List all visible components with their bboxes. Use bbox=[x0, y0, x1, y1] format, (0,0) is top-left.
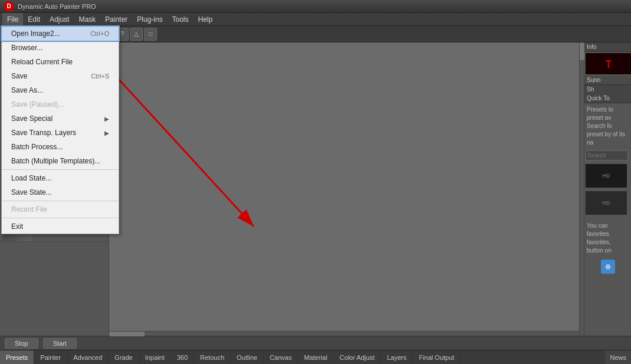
sun-label: Sunn bbox=[584, 76, 631, 84]
title-bar: D Dynamic Auto Painter PRO bbox=[0, 0, 631, 13]
right-thumb-1: HD bbox=[586, 164, 627, 188]
toolbar-up[interactable]: △ bbox=[130, 28, 143, 41]
menu-open-image[interactable]: Open Image2... Ctrl+O bbox=[2, 27, 119, 41]
note-text: You can favorites favorites, button on bbox=[584, 219, 631, 257]
tab-canvas[interactable]: Canvas bbox=[264, 350, 298, 365]
stop-button[interactable]: Stop bbox=[5, 338, 38, 349]
menu-recent-file: Recent File bbox=[2, 202, 119, 217]
tab-outline[interactable]: Outline bbox=[231, 350, 264, 365]
right-sidebar: Info T Sunn Sh Quick To Presets to prese… bbox=[584, 42, 631, 336]
menu-reload[interactable]: Reload Current File bbox=[2, 55, 119, 69]
sh-label: Sh bbox=[584, 84, 631, 94]
menu-save[interactable]: Save Ctrl+S bbox=[2, 69, 119, 83]
menu-exit[interactable]: Exit bbox=[2, 219, 119, 234]
bottom-controls: Stop Start bbox=[0, 336, 631, 350]
tab-grade[interactable]: Grade bbox=[109, 350, 139, 365]
tab-presets[interactable]: Presets bbox=[0, 350, 34, 365]
news-button[interactable]: News bbox=[605, 350, 631, 365]
menu-batch-multiple[interactable]: Batch (Multiple Templates)... bbox=[2, 154, 119, 168]
menu-save-paused: Save (Paused)... bbox=[2, 97, 119, 112]
search-input[interactable] bbox=[586, 150, 628, 160]
tab-advanced[interactable]: Advanced bbox=[67, 350, 109, 365]
separator2 bbox=[2, 201, 119, 201]
menu-adjust[interactable]: Adjust bbox=[45, 13, 74, 26]
center-canvas bbox=[109, 42, 584, 336]
toolbar-square[interactable]: □ bbox=[144, 28, 157, 41]
tab-360[interactable]: 360 bbox=[171, 350, 194, 365]
menu-batch-process[interactable]: Batch Process... bbox=[2, 140, 119, 154]
preset-description: Presets to preset av Search fo preset by… bbox=[584, 103, 631, 149]
tab-material[interactable]: Material bbox=[298, 350, 334, 365]
logo-letter: D bbox=[6, 3, 11, 9]
info-header: Info bbox=[584, 42, 631, 52]
menu-save-state[interactable]: Save State... bbox=[2, 185, 119, 199]
tab-coloradjust[interactable]: Color Adjust bbox=[334, 350, 381, 365]
menu-load-state[interactable]: Load State... bbox=[2, 171, 119, 185]
menu-plugins[interactable]: Plug-ins bbox=[132, 13, 167, 26]
tab-finaloutput[interactable]: Final Output bbox=[413, 350, 461, 365]
quick-to-header: Quick To bbox=[584, 94, 631, 103]
tab-layers[interactable]: Layers bbox=[381, 350, 413, 365]
tab-inpaint[interactable]: Inpaint bbox=[139, 350, 171, 365]
menu-browser[interactable]: Browser... bbox=[2, 41, 119, 55]
menu-save-as[interactable]: Save As... bbox=[2, 83, 119, 97]
app-title: Dynamic Auto Painter PRO bbox=[18, 3, 96, 10]
tab-painter[interactable]: Painter bbox=[34, 350, 67, 365]
display-text: T bbox=[606, 58, 612, 70]
menu-tools[interactable]: Tools bbox=[167, 13, 193, 26]
menu-edit[interactable]: Edit bbox=[23, 13, 45, 26]
tab-retouch[interactable]: Retouch bbox=[194, 350, 231, 365]
menu-file[interactable]: File bbox=[2, 13, 23, 26]
menu-help[interactable]: Help bbox=[193, 13, 217, 26]
right-thumb-2: HD bbox=[586, 191, 627, 215]
separator3 bbox=[2, 218, 119, 218]
start-button[interactable]: Start bbox=[43, 338, 77, 349]
menu-save-transp[interactable]: Save Transp. Layers ▶ bbox=[2, 126, 119, 140]
menu-save-special[interactable]: Save Special ▶ bbox=[2, 112, 119, 126]
right-action-icon[interactable]: ⊕ bbox=[601, 260, 615, 274]
menu-painter[interactable]: Painter bbox=[100, 13, 132, 26]
menu-mask[interactable]: Mask bbox=[74, 13, 100, 26]
separator1 bbox=[2, 169, 119, 170]
menu-bar: File Edit Adjust Mask Painter Plug-ins T… bbox=[0, 13, 631, 26]
app-logo: D bbox=[4, 1, 14, 12]
tab-bar: Presets Painter Advanced Grade Inpaint 3… bbox=[0, 350, 631, 364]
file-dropdown-menu: Open Image2... Ctrl+O Browser... Reload … bbox=[1, 26, 119, 234]
